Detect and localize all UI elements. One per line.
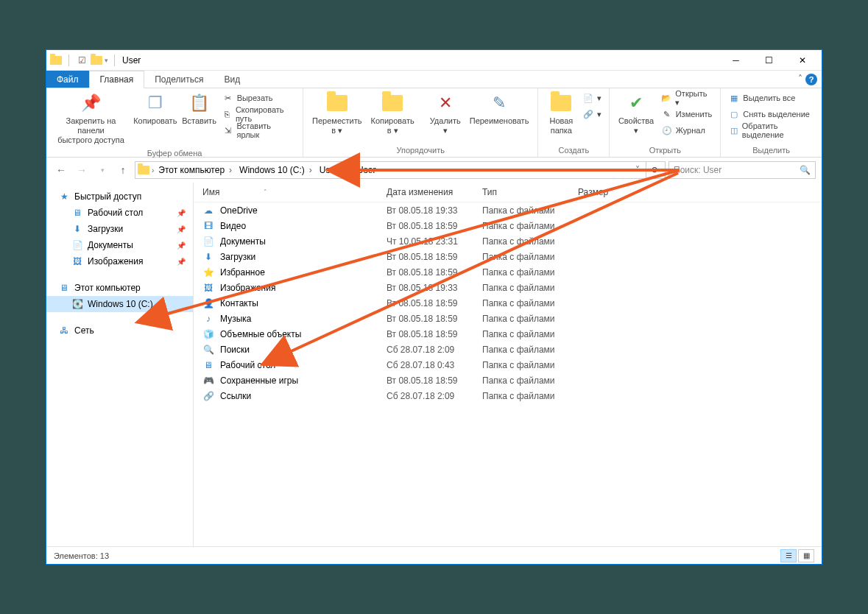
paste-button[interactable]: 📋 Вставить	[180, 90, 219, 127]
address-row: ← → ▾ ↑ › Этот компьютер Windows 10 (C:)…	[46, 158, 822, 183]
pin-quickaccess-button[interactable]: 📌 Закрепить на панели быстрого доступа	[51, 90, 131, 147]
edit-button[interactable]: ✎Изменить	[658, 106, 716, 122]
tab-share[interactable]: Поделиться	[144, 71, 214, 88]
file-row[interactable]: 📄ДокументыЧт 10.05.18 23:31Папка с файла…	[194, 233, 822, 249]
nav-quickaccess[interactable]: ★Быстрый доступ	[46, 188, 193, 205]
close-button[interactable]: ✕	[786, 50, 819, 71]
breadcrumb-item[interactable]: Этот компьютер	[155, 162, 235, 178]
file-row[interactable]: 🖼ИзображенияВт 08.05.18 19:33Папка с фай…	[194, 280, 822, 295]
copy-icon: ❐	[144, 91, 167, 115]
status-text: Элементов: 13	[54, 551, 109, 560]
ribbon: 📌 Закрепить на панели быстрого доступа ❐…	[46, 88, 822, 158]
network-icon: 🖧	[58, 325, 70, 336]
file-row[interactable]: ⬇ЗагрузкиВт 08.05.18 18:59Папка с файлам…	[194, 249, 822, 264]
search-placeholder: Поиск: User	[674, 165, 800, 175]
newitem-icon: 📄	[582, 92, 594, 104]
downloads-icon: ⬇	[202, 251, 214, 263]
nav-quick-item[interactable]: ⬇Загрузки📌	[46, 221, 193, 237]
search-icon: 🔍	[800, 165, 811, 175]
help-icon[interactable]: ?	[805, 74, 817, 85]
nav-thispc[interactable]: 🖥Этот компьютер	[46, 280, 193, 296]
breadcrumb-item[interactable]: User	[354, 162, 383, 178]
edit-icon: ✎	[661, 108, 673, 120]
minimize-button[interactable]: ─	[719, 50, 752, 71]
selectall-icon: ▦	[728, 92, 740, 104]
refresh-button[interactable]: ⟳	[646, 162, 663, 178]
pastelink-button[interactable]: ⇲Вставить ярлык	[219, 122, 298, 138]
downloads-icon: ⬇	[71, 223, 83, 235]
nav-quick-item[interactable]: 📄Документы📌	[46, 237, 193, 253]
open-button[interactable]: 📂Открыть ▾	[658, 90, 716, 106]
copy-button[interactable]: ❐ Копировать	[131, 90, 179, 127]
breadcrumb-item[interactable]: Windows 10 (C:)	[236, 162, 315, 178]
breadcrumb-item[interactable]: Users	[317, 162, 353, 178]
nav-forward-button[interactable]: →	[73, 161, 91, 179]
selectall-button[interactable]: ▦Выделить все	[725, 90, 817, 106]
computer-icon: 🖥	[58, 282, 70, 294]
moveto-button[interactable]: Переместить в ▾	[308, 90, 366, 137]
history-button[interactable]: 🕘Журнал	[658, 122, 716, 138]
rename-button[interactable]: ✎Переименовать	[465, 90, 534, 127]
addr-dropdown-icon[interactable]: ˅	[631, 165, 644, 175]
qat-folder-icon[interactable]	[90, 54, 103, 67]
view-details-button[interactable]: ☰	[780, 549, 797, 562]
file-row[interactable]: 🧊Объемные объектыВт 08.05.18 18:59Папка …	[194, 326, 822, 342]
selectinvert-button[interactable]: ◫Обратить выделение	[725, 122, 817, 138]
star-icon: ★	[58, 191, 70, 202]
nav-network[interactable]: 🖧Сеть	[46, 322, 193, 339]
newfolder-button[interactable]: Новая папка	[543, 90, 579, 137]
tab-file[interactable]: Файл	[46, 71, 89, 88]
file-row[interactable]: 🔗СсылкиСб 28.07.18 2:09Папка с файлами	[194, 388, 822, 403]
pin-icon: 📌	[177, 209, 186, 217]
group-new-label: Создать	[543, 144, 604, 157]
view-icons-button[interactable]: ▦	[798, 549, 814, 562]
pin-icon: 📌	[177, 258, 186, 266]
cloud-icon: ☁	[202, 205, 214, 216]
delete-button[interactable]: ✕Удалить ▾	[426, 90, 465, 137]
file-row[interactable]: 🔍ПоискиСб 28.07.18 2:09Папка с файлами	[194, 342, 822, 357]
group-open-label: Открыть	[614, 144, 716, 157]
nav-back-button[interactable]: ←	[52, 161, 70, 179]
qat-dropdown-icon[interactable]: ▾	[105, 57, 108, 64]
nav-up-button[interactable]: ↑	[114, 161, 132, 179]
search-input[interactable]: Поиск: User 🔍	[668, 161, 816, 179]
video-icon: 🎞	[202, 220, 214, 232]
selectnone-button[interactable]: ▢Снять выделение	[725, 106, 817, 122]
tab-view[interactable]: Вид	[214, 71, 250, 88]
star-icon: ⭐	[202, 267, 214, 278]
maximize-button[interactable]: ☐	[752, 50, 786, 71]
file-row[interactable]: 🎞ВидеоВт 08.05.18 18:59Папка с файлами	[194, 218, 822, 233]
tab-home[interactable]: Главная	[89, 71, 145, 88]
easyaccess-button[interactable]: 🔗▾	[579, 106, 604, 122]
newitem-button[interactable]: 📄▾	[579, 90, 604, 106]
newfolder-icon	[549, 91, 573, 115]
properties-button[interactable]: ✔Свойства ▾	[614, 90, 657, 137]
properties-icon: ✔	[624, 91, 648, 115]
file-row[interactable]: ☁OneDriveВт 08.05.18 19:33Папка с файлам…	[194, 202, 822, 218]
nav-quick-item[interactable]: 🖥Рабочий стол📌	[46, 205, 193, 221]
nav-quick-item[interactable]: 🖼Изображения📌	[46, 253, 193, 269]
file-row[interactable]: ⭐ИзбранноеВт 08.05.18 18:59Папка с файла…	[194, 264, 822, 280]
ribbon-tabs: Файл Главная Поделиться Вид ˄ ?	[46, 71, 822, 88]
copypath-button[interactable]: ⎘Скопировать путь	[219, 106, 298, 122]
nav-pane: ★Быстрый доступ 🖥Рабочий стол📌⬇Загрузки📌…	[46, 183, 194, 546]
column-headers[interactable]: Имя˄ Дата изменения Тип Размер	[194, 183, 822, 202]
folder-icon	[49, 54, 63, 67]
file-row[interactable]: 🖥Рабочий столСб 28.07.18 0:43Папка с фай…	[194, 357, 822, 373]
pin-icon: 📌	[177, 225, 186, 233]
ribbon-collapse-icon[interactable]: ˄	[798, 74, 802, 84]
sort-indicator-icon: ˄	[264, 188, 267, 196]
cut-button[interactable]: ✂Вырезать	[219, 90, 298, 106]
pin-icon: 📌	[177, 241, 186, 250]
copyto-button[interactable]: Копировать в ▾	[366, 90, 418, 137]
nav-recent-button[interactable]: ▾	[93, 161, 111, 179]
file-row[interactable]: 👤КонтактыВт 08.05.18 18:59Папка с файлам…	[194, 295, 822, 311]
easyaccess-icon: 🔗	[582, 108, 594, 120]
nav-drive-c[interactable]: 💽Windows 10 (C:)	[46, 296, 193, 312]
qat-checkbox-icon[interactable]: ☑	[75, 54, 88, 67]
3d-icon: 🧊	[202, 328, 214, 340]
file-row[interactable]: 🎮Сохраненные игрыВт 08.05.18 18:59Папка …	[194, 373, 822, 388]
file-row[interactable]: ♪МузыкаВт 08.05.18 18:59Папка с файлами	[194, 311, 822, 326]
address-bar[interactable]: › Этот компьютер Windows 10 (C:) Users U…	[135, 161, 666, 179]
documents-icon: 📄	[202, 236, 214, 247]
